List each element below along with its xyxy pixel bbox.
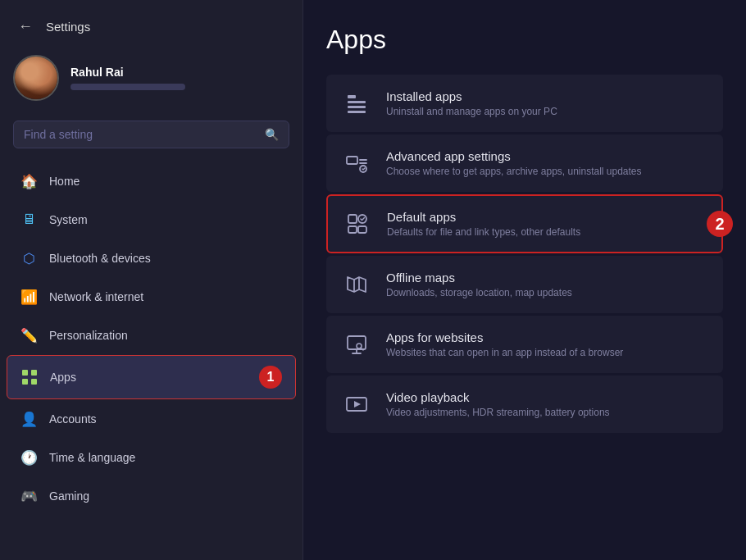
svg-rect-3 (31, 379, 37, 385)
svg-rect-0 (22, 370, 28, 376)
profile-name: Rahul Rai (71, 66, 185, 79)
svg-rect-1 (31, 370, 37, 376)
personalization-icon: ✏️ (20, 326, 38, 344)
search-icon: 🔍 (265, 128, 279, 141)
search-input[interactable] (24, 128, 258, 141)
sidebar-item-apps[interactable]: Apps 1 (7, 355, 296, 399)
sidebar-item-personalization[interactable]: ✏️ Personalization (7, 316, 296, 354)
installed-apps-text: Installed apps Uninstall and manage apps… (386, 89, 557, 117)
sidebar-item-system[interactable]: 🖥 System (7, 201, 296, 239)
default-apps-desc: Defaults for file and link types, other … (387, 226, 580, 238)
sidebar-item-bluetooth[interactable]: ⬡ Bluetooth & devices (7, 239, 296, 277)
svg-rect-2 (22, 379, 28, 385)
avatar (13, 55, 59, 101)
system-icon: 🖥 (20, 211, 38, 229)
profile-email-bar (71, 84, 185, 90)
sidebar-item-time[interactable]: 🕐 Time & language (7, 439, 296, 476)
time-icon: 🕐 (20, 448, 38, 467)
apps-websites-text: Apps for websites Websites that can open… (386, 330, 623, 358)
page-title: Apps (326, 25, 723, 55)
apps-websites-title: Apps for websites (386, 330, 623, 344)
profile-section: Rahul Rai (0, 47, 302, 114)
advanced-title: Advanced app settings (386, 149, 642, 163)
video-playback-desc: Video adjustments, HDR streaming, batter… (386, 407, 610, 418)
sidebar-item-bluetooth-label: Bluetooth & devices (49, 252, 151, 265)
offline-maps-title: Offline maps (386, 271, 572, 285)
settings-item-apps-websites[interactable]: Apps for websites Websites that can open… (326, 316, 723, 373)
sidebar-title: Settings (46, 20, 90, 34)
sidebar-item-gaming[interactable]: 🎮 Gaming (7, 477, 296, 515)
profile-info: Rahul Rai (71, 66, 185, 90)
sidebar-item-accounts-label: Accounts (49, 412, 97, 426)
offline-maps-desc: Downloads, storage location, map updates (386, 287, 572, 298)
settings-item-offline-maps[interactable]: Offline maps Downloads, storage location… (326, 256, 723, 313)
search-section: 🔍 (0, 114, 302, 158)
video-playback-title: Video playback (386, 390, 610, 404)
advanced-text: Advanced app settings Choose where to ge… (386, 149, 642, 177)
svg-rect-10 (348, 215, 357, 223)
main-content: Apps Installed apps Uninstall and manage… (303, 0, 746, 560)
offline-maps-icon (342, 270, 371, 299)
sidebar-item-accounts[interactable]: 👤 Accounts (7, 400, 296, 438)
advanced-app-icon (342, 148, 371, 178)
svg-rect-12 (348, 226, 357, 233)
svg-marker-14 (348, 277, 366, 292)
sidebar-item-home-label: Home (49, 175, 80, 188)
settings-item-default-apps[interactable]: Default apps Defaults for file and link … (326, 194, 723, 253)
sidebar-item-home[interactable]: 🏠 Home (7, 162, 296, 200)
sidebar-header: ← Settings (0, 0, 302, 47)
sidebar: ← Settings Rahul Rai 🔍 🏠 Home 🖥 System (0, 0, 303, 560)
default-apps-badge: 2 (707, 211, 733, 237)
sidebar-item-personalization-label: Personalization (49, 329, 128, 342)
sidebar-item-network[interactable]: 📶 Network & internet (7, 278, 296, 316)
gaming-icon: 🎮 (20, 487, 38, 505)
svg-rect-5 (348, 101, 366, 103)
installed-apps-title: Installed apps (386, 89, 557, 103)
installed-apps-icon (342, 89, 371, 118)
accounts-icon: 👤 (20, 410, 38, 428)
svg-rect-4 (348, 95, 356, 98)
settings-item-advanced[interactable]: Advanced app settings Choose where to ge… (326, 134, 723, 192)
default-apps-title: Default apps (387, 210, 580, 224)
apps-icon (20, 368, 39, 386)
apps-websites-icon (342, 330, 371, 359)
sidebar-item-gaming-label: Gaming (49, 489, 89, 503)
back-button[interactable]: ← (13, 15, 38, 39)
svg-rect-6 (348, 106, 366, 108)
sidebar-item-network-label: Network & internet (49, 290, 143, 303)
advanced-desc: Choose where to get apps, archive apps, … (386, 166, 642, 177)
sidebar-item-apps-label: Apps (50, 371, 76, 384)
settings-list: Installed apps Uninstall and manage apps… (326, 75, 723, 433)
svg-rect-13 (358, 226, 366, 233)
svg-rect-7 (348, 111, 366, 113)
sidebar-item-time-label: Time & language (49, 451, 135, 464)
default-apps-icon (343, 209, 372, 239)
video-playback-icon (342, 389, 371, 419)
default-apps-text: Default apps Defaults for file and link … (387, 210, 580, 238)
settings-item-installed-apps[interactable]: Installed apps Uninstall and manage apps… (326, 75, 723, 132)
apps-websites-desc: Websites that can open in an app instead… (386, 347, 623, 358)
bluetooth-icon: ⬡ (20, 249, 38, 267)
apps-badge: 1 (259, 366, 282, 389)
svg-marker-20 (354, 401, 361, 407)
installed-apps-desc: Uninstall and manage apps on your PC (386, 106, 557, 117)
svg-rect-8 (347, 157, 357, 164)
offline-maps-text: Offline maps Downloads, storage location… (386, 271, 572, 298)
network-icon: 📶 (20, 288, 38, 306)
avatar-image (15, 57, 57, 99)
sidebar-item-system-label: System (49, 213, 88, 226)
settings-item-video-playback[interactable]: Video playback Video adjustments, HDR st… (326, 376, 723, 433)
video-playback-text: Video playback Video adjustments, HDR st… (386, 390, 610, 418)
home-icon: 🏠 (20, 172, 38, 190)
nav-list: 🏠 Home 🖥 System ⬡ Bluetooth & devices 📶 … (0, 158, 302, 560)
search-box[interactable]: 🔍 (13, 121, 289, 148)
